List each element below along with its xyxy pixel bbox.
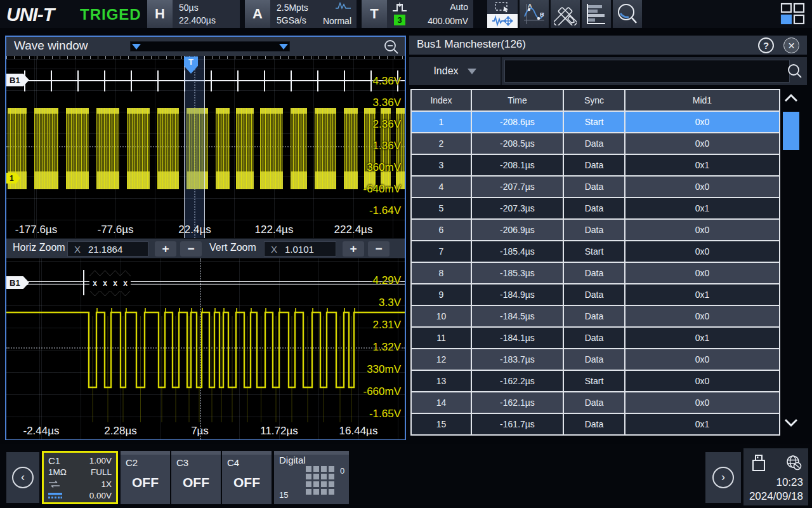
zoom-out-button[interactable] xyxy=(383,39,400,55)
c1-scale: 1.00V xyxy=(89,456,112,465)
signal-burst xyxy=(216,108,230,189)
trigger-source-badge: 3 xyxy=(394,15,405,25)
table-row[interactable]: 10-184.5µsData0x0 xyxy=(412,306,780,328)
select-tool-button[interactable] xyxy=(487,0,518,14)
zoom-controls-bar: Horiz Zoom X 21.1864 + − Vert Zoom X 1.0… xyxy=(6,238,405,258)
zoom-tool-button[interactable] xyxy=(613,0,642,28)
trigger-settings-button[interactable]: T 3 Auto 400.00mV xyxy=(362,0,473,28)
scroll-right-marker-icon[interactable] xyxy=(279,44,288,50)
table-cell: -208.1µs xyxy=(472,155,564,177)
signal-burst xyxy=(315,108,336,189)
wave-horizontal-scrollbar[interactable] xyxy=(130,41,290,51)
search-button[interactable] xyxy=(787,63,803,79)
wave-window-header: Wave window xyxy=(6,37,405,56)
channel-bar-next-button[interactable]: › xyxy=(705,452,741,503)
vert-zoom-in-button[interactable]: + xyxy=(343,241,364,257)
voltage-label: 1.36V xyxy=(373,140,401,152)
horiz-zoom-value: 21.1864 xyxy=(88,244,122,255)
table-cell: -162.2µs xyxy=(472,371,564,392)
bus1-transition-tick xyxy=(344,70,345,91)
search-input[interactable] xyxy=(504,60,790,83)
voltage-label: 4.29V xyxy=(373,274,401,287)
channel4-card[interactable]: C4 OFF xyxy=(222,451,272,504)
table-row[interactable]: 9-184.9µsData0x1 xyxy=(412,284,780,306)
voltage-label: -660mV xyxy=(363,385,401,398)
zoomed-waveform-plot[interactable]: xxxx B1 4.29V3.3V2.31V1.32V330mV-660mV-1… xyxy=(6,258,405,439)
table-row[interactable]: 2-208.5µsData0x0 xyxy=(412,133,780,155)
measure-button[interactable] xyxy=(551,0,580,28)
signal-burst xyxy=(260,108,283,189)
table-row[interactable]: 8-185.3µsData0x0 xyxy=(412,263,780,284)
close-button[interactable]: ✕ xyxy=(783,37,799,53)
table-row[interactable]: 3-208.1µsData0x1 xyxy=(412,155,780,177)
c1-probe: 1X xyxy=(101,479,112,489)
zoom-region-band[interactable] xyxy=(184,56,205,238)
main-waveform-plot[interactable]: T B1 1 4.36V3.36V2.36V1.36V360mV-640mV-1… xyxy=(6,56,405,238)
table-row[interactable]: 1-208.6µsStart0x0 xyxy=(412,112,780,133)
table-row[interactable]: 15-161.7µsData0x1 xyxy=(412,414,780,436)
horiz-zoom-value-box[interactable]: X 21.1864 xyxy=(67,241,148,257)
table-cell: 0x1 xyxy=(625,155,780,177)
scroll-down-button[interactable] xyxy=(783,414,799,431)
trigger-mode-value: Auto xyxy=(450,2,468,12)
digital-bit-square xyxy=(313,489,319,495)
table-cell: 0x0 xyxy=(625,392,780,414)
table-cell: -162.1µs xyxy=(472,392,564,414)
bus1-transition-tick xyxy=(264,70,265,91)
channel2-card[interactable]: C2 OFF xyxy=(121,451,170,504)
table-cell: -208.6µs xyxy=(472,112,564,133)
search-field-dropdown[interactable]: Index xyxy=(409,57,502,85)
table-cell: -206.9µs xyxy=(472,220,564,241)
table-row[interactable]: 6-206.9µsData0x0 xyxy=(412,220,780,241)
scroll-left-marker-icon[interactable] xyxy=(132,44,141,50)
acquire-settings-button[interactable]: A 2.5Mpts 5GSa/s Normal xyxy=(245,0,357,28)
scrollbar-thumb[interactable] xyxy=(783,112,799,150)
table-cell: Data xyxy=(564,155,625,177)
histogram-icon xyxy=(585,3,608,25)
table-cell: 0x0 xyxy=(625,133,780,155)
channel3-card[interactable]: C3 OFF xyxy=(171,451,221,504)
table-cell: Start xyxy=(564,241,625,263)
layout-switch-button[interactable] xyxy=(780,3,806,25)
bus1-transition-tick xyxy=(157,70,159,91)
table-cell: 0x0 xyxy=(625,241,780,263)
time-label: 222.4µs xyxy=(334,224,373,236)
time-label: -2.44µs xyxy=(23,425,59,438)
chevron-up-icon xyxy=(783,90,799,107)
table-row[interactable]: 13-162.2µsStart0x0 xyxy=(412,371,780,392)
histogram-button[interactable] xyxy=(582,0,611,28)
c1-bandwidth: FULL xyxy=(91,467,112,477)
card-tab xyxy=(222,451,272,455)
signal-burst xyxy=(96,108,119,189)
table-cell: Data xyxy=(564,392,625,414)
time-label: -77.6µs xyxy=(97,224,133,236)
horiz-zoom-in-button[interactable]: + xyxy=(155,241,176,257)
scroll-up-button[interactable] xyxy=(783,90,799,107)
pan-tool-button[interactable] xyxy=(487,14,518,28)
table-row[interactable]: 7-185.4µsStart0x0 xyxy=(412,241,780,263)
vert-zoom-out-button[interactable]: − xyxy=(368,241,390,257)
c4-name: C4 xyxy=(227,457,239,468)
vert-zoom-value-box[interactable]: X 1.0101 xyxy=(264,241,336,257)
bus1-transition-tick xyxy=(291,70,292,91)
help-button[interactable]: ? xyxy=(758,37,774,53)
table-row[interactable]: 12-183.7µsData0x0 xyxy=(412,349,780,371)
horizontal-settings-button[interactable]: H 50µs 22.400µs xyxy=(147,0,240,28)
digital-bit-square xyxy=(306,466,311,472)
channel-bar-prev-button[interactable]: ‹ xyxy=(6,452,39,503)
bus1-label[interactable]: B1 xyxy=(6,74,29,86)
table-cell: -184.1µs xyxy=(472,328,564,349)
decode-column-header: Mid1 xyxy=(625,90,780,112)
digital-card[interactable]: Digital 0 15 xyxy=(274,451,349,504)
decode-table-scrollbar xyxy=(783,89,799,434)
ab-cursor-button[interactable]: A B xyxy=(520,0,549,28)
table-row[interactable]: 14-162.1µsData0x0 xyxy=(412,392,780,414)
table-cell: Data xyxy=(564,414,625,436)
table-row[interactable]: 5-207.3µsData0x1 xyxy=(412,198,780,220)
channel1-card[interactable]: C11.00V 1MΩFULL 1X 0.00V xyxy=(42,451,118,504)
horiz-zoom-out-button[interactable]: − xyxy=(180,241,202,257)
time-label: 122.4µs xyxy=(255,224,294,236)
table-cell: 15 xyxy=(412,414,472,436)
table-row[interactable]: 4-207.7µsData0x0 xyxy=(412,177,780,198)
table-row[interactable]: 11-184.1µsData0x1 xyxy=(412,328,780,349)
